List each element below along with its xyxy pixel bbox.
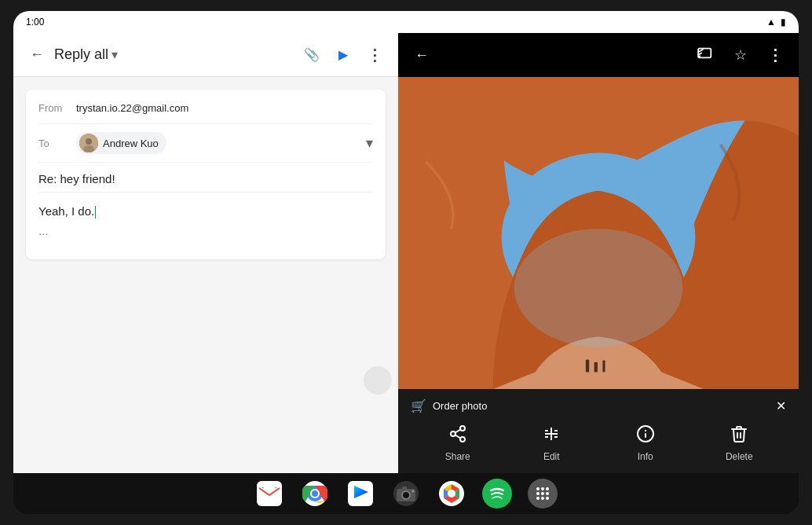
from-row: From trystan.io.22@gmail.com xyxy=(38,102,373,124)
message-line-1: Yeah, I do. xyxy=(38,202,373,221)
arch-photo xyxy=(398,77,799,389)
svg-point-54 xyxy=(541,497,544,500)
svg-point-41 xyxy=(404,493,408,497)
photo-back-button[interactable]: ← xyxy=(408,41,436,69)
share-icon xyxy=(448,424,467,448)
svg-point-49 xyxy=(546,487,549,490)
svg-rect-42 xyxy=(402,486,407,490)
svg-point-55 xyxy=(546,497,549,500)
back-button[interactable]: ← xyxy=(23,41,51,69)
edit-button[interactable]: Edit xyxy=(528,424,575,462)
scroll-indicator[interactable] xyxy=(364,366,392,395)
info-label: Info xyxy=(638,451,653,462)
recipient-chip[interactable]: Andrew Kuo xyxy=(76,132,166,154)
svg-point-1 xyxy=(86,138,92,145)
avatar xyxy=(79,134,98,152)
from-label: From xyxy=(38,102,70,114)
chrome-app-icon[interactable] xyxy=(300,479,330,508)
camera-app-icon[interactable] xyxy=(391,479,421,508)
svg-rect-11 xyxy=(602,361,605,373)
message-body[interactable]: Yeah, I do. ... xyxy=(38,193,373,247)
more-icon: ⋮ xyxy=(367,46,382,64)
status-bar: 1:00 ▲ ▮ xyxy=(13,11,799,33)
share-button[interactable]: Share xyxy=(434,424,481,462)
svg-point-8 xyxy=(514,229,683,347)
to-label: To xyxy=(38,138,70,149)
photo-back-icon: ← xyxy=(415,47,429,64)
star-icon: ☆ xyxy=(734,46,747,64)
svg-point-45 xyxy=(448,490,455,497)
ellipsis: ... xyxy=(38,221,373,237)
photo-more-icon: ⋮ xyxy=(767,46,783,64)
svg-point-36 xyxy=(312,490,318,497)
order-label: Order photo xyxy=(433,400,487,412)
svg-point-52 xyxy=(546,492,549,495)
reply-all-label: Reply all xyxy=(54,46,108,63)
delete-icon xyxy=(730,424,748,448)
subject-text: Re: hey friend! xyxy=(38,172,115,185)
left-panel: ← Reply all ▾ 📎 ▶ ⋮ xyxy=(13,33,398,473)
photo-actions: Share E xyxy=(411,418,786,465)
photo-more-button[interactable]: ⋮ xyxy=(761,41,789,69)
svg-line-17 xyxy=(455,430,460,433)
svg-point-47 xyxy=(536,487,540,490)
photo-header: ← ☆ xyxy=(398,33,799,77)
gmail-app-icon[interactable] xyxy=(254,479,284,508)
order-bar: 🛒 Order photo ✕ xyxy=(411,394,786,418)
photo-container xyxy=(398,77,799,389)
photo-footer: 🛒 Order photo ✕ xyxy=(398,389,799,473)
apps-grid-icon[interactable] xyxy=(528,479,558,508)
share-label: Share xyxy=(445,451,470,462)
right-panel: ← ☆ xyxy=(398,33,799,473)
from-email: trystan.io.22@gmail.com xyxy=(76,102,188,114)
text-cursor xyxy=(95,206,96,218)
more-button[interactable]: ⋮ xyxy=(360,41,389,69)
recipient-name: Andrew Kuo xyxy=(103,138,159,149)
nav-bar xyxy=(13,473,799,514)
delete-button[interactable]: Delete xyxy=(715,424,763,462)
cart-icon: 🛒 xyxy=(411,398,426,413)
svg-point-15 xyxy=(460,437,465,442)
svg-line-16 xyxy=(455,435,460,439)
order-close-button[interactable]: ✕ xyxy=(776,398,786,413)
reply-dropdown-icon[interactable]: ▾ xyxy=(112,47,118,62)
svg-point-53 xyxy=(536,497,540,500)
expand-to-icon[interactable]: ▾ xyxy=(366,134,373,152)
svg-point-13 xyxy=(460,426,465,431)
edit-label: Edit xyxy=(543,451,560,462)
send-icon: ▶ xyxy=(338,47,348,62)
svg-point-43 xyxy=(412,490,415,493)
subject-row: Re: hey friend! xyxy=(38,163,373,193)
play-app-icon[interactable] xyxy=(346,479,375,508)
to-row: To Andrew Kuo ▾ xyxy=(38,124,373,163)
tablet-frame: 1:00 ▲ ▮ ← Reply all ▾ 📎 xyxy=(13,11,799,514)
edit-icon xyxy=(542,424,561,448)
svg-rect-10 xyxy=(594,362,598,373)
spotify-app-icon[interactable] xyxy=(482,479,512,508)
compose-header: ← Reply all ▾ 📎 ▶ ⋮ xyxy=(13,33,398,77)
svg-rect-9 xyxy=(586,359,589,372)
cast-button[interactable] xyxy=(692,41,720,69)
compose-body: From trystan.io.22@gmail.com To xyxy=(26,90,386,259)
cast-icon xyxy=(697,46,715,64)
battery-icon: ▮ xyxy=(781,17,786,28)
status-time: 1:00 xyxy=(26,17,44,28)
svg-point-50 xyxy=(536,492,540,495)
info-button[interactable]: Info xyxy=(622,424,669,462)
svg-point-26 xyxy=(645,430,646,431)
svg-point-14 xyxy=(451,431,455,436)
attach-button[interactable]: 📎 xyxy=(298,41,326,69)
svg-point-51 xyxy=(541,492,544,495)
attach-icon: 📎 xyxy=(304,47,320,62)
wifi-icon: ▲ xyxy=(766,17,776,28)
send-button[interactable]: ▶ xyxy=(329,41,357,69)
info-icon xyxy=(636,424,655,448)
delete-label: Delete xyxy=(726,451,753,462)
svg-point-48 xyxy=(541,487,544,490)
main-area: ← Reply all ▾ 📎 ▶ ⋮ xyxy=(13,33,799,473)
photos-app-icon[interactable] xyxy=(437,479,466,508)
back-icon: ← xyxy=(30,46,44,63)
star-button[interactable]: ☆ xyxy=(726,41,755,69)
